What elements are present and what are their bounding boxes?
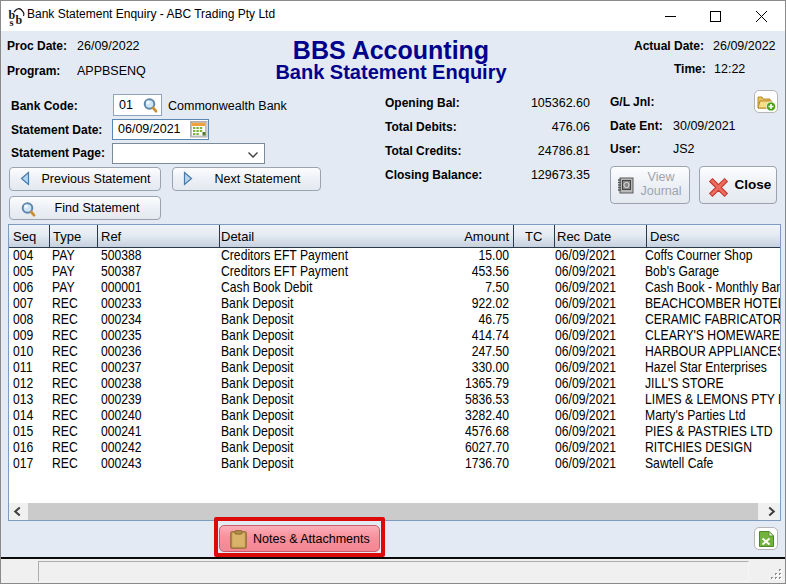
svg-text:s: s xyxy=(10,17,14,27)
svg-text:b: b xyxy=(16,13,23,26)
